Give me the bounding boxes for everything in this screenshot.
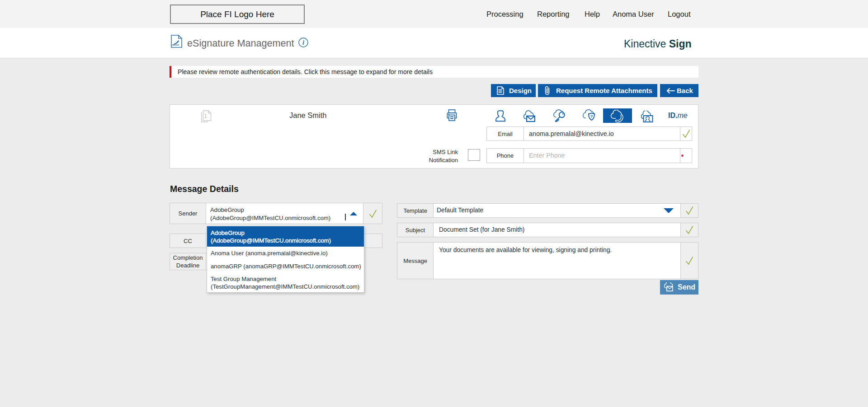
svg-text:1: 1 bbox=[204, 113, 207, 119]
svg-text:?: ? bbox=[590, 114, 593, 119]
svg-text:i: i bbox=[302, 39, 304, 46]
